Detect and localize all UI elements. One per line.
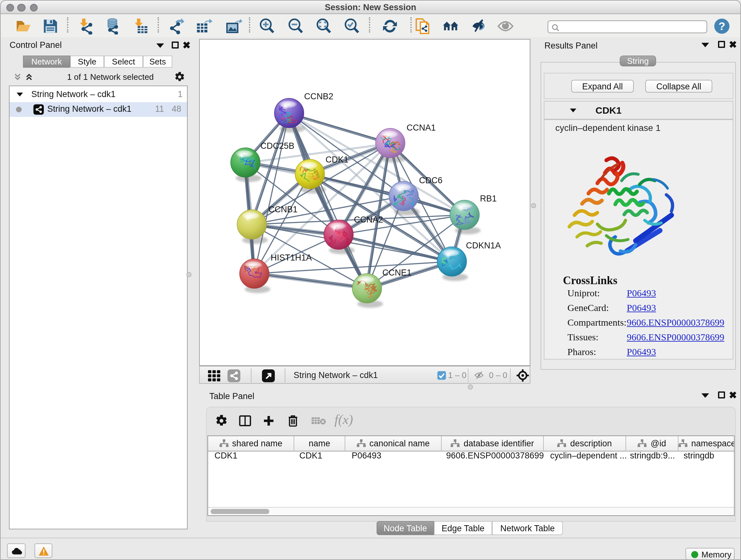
svg-text:CCNB1: CCNB1 [268, 205, 298, 214]
svg-text:?: ? [718, 20, 725, 32]
svg-text:CCNB2: CCNB2 [304, 91, 333, 101]
svg-text:RB1: RB1 [480, 194, 497, 203]
svg-text:CDC6: CDC6 [419, 176, 443, 185]
svg-text:CCNE1: CCNE1 [382, 268, 412, 277]
svg-text:CDC25B: CDC25B [260, 141, 294, 151]
svg-text:CDKN1A: CDKN1A [466, 241, 501, 250]
svg-text:CCNA2: CCNA2 [354, 215, 383, 225]
svg-text:HIST1H1A: HIST1H1A [271, 253, 312, 262]
svg-text:CCNA1: CCNA1 [407, 123, 436, 132]
svg-text:CDK1: CDK1 [326, 155, 348, 165]
